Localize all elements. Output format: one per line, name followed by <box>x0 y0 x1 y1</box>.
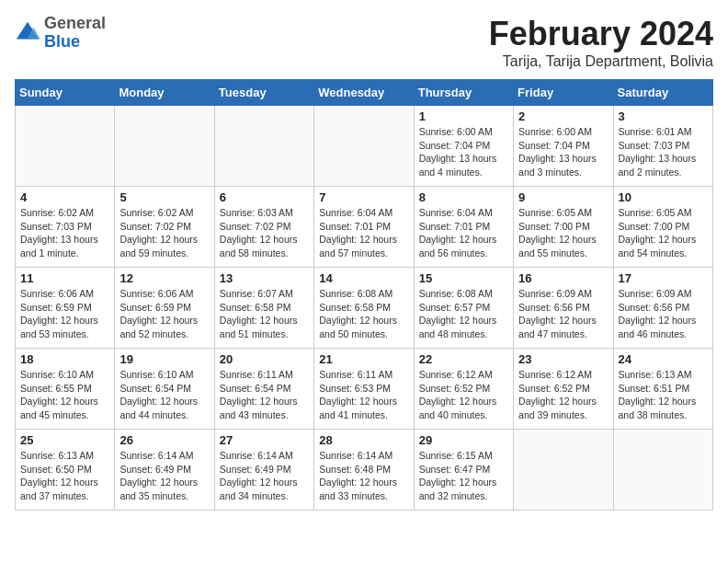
calendar-week-row: 11Sunrise: 6:06 AM Sunset: 6:59 PM Dayli… <box>16 268 713 349</box>
day-number: 21 <box>319 352 408 366</box>
calendar-cell: 25Sunrise: 6:13 AM Sunset: 6:50 PM Dayli… <box>16 430 115 511</box>
day-info: Sunrise: 6:02 AM Sunset: 7:03 PM Dayligh… <box>20 206 109 260</box>
day-info: Sunrise: 6:03 AM Sunset: 7:02 PM Dayligh… <box>220 206 309 260</box>
calendar-cell <box>613 430 712 511</box>
logo-blue-text: Blue <box>44 33 106 52</box>
day-info: Sunrise: 6:14 AM Sunset: 6:48 PM Dayligh… <box>319 449 408 503</box>
weekday-header: Saturday <box>613 80 712 106</box>
calendar-cell: 2Sunrise: 6:00 AM Sunset: 7:04 PM Daylig… <box>514 106 613 187</box>
calendar-cell: 24Sunrise: 6:13 AM Sunset: 6:51 PM Dayli… <box>613 349 712 430</box>
calendar-cell: 15Sunrise: 6:08 AM Sunset: 6:57 PM Dayli… <box>414 268 513 349</box>
day-info: Sunrise: 6:08 AM Sunset: 6:58 PM Dayligh… <box>319 287 408 341</box>
day-number: 3 <box>619 109 708 123</box>
calendar-header-row: SundayMondayTuesdayWednesdayThursdayFrid… <box>16 80 713 106</box>
logo-icon <box>15 20 40 46</box>
day-info: Sunrise: 6:05 AM Sunset: 7:00 PM Dayligh… <box>518 206 608 260</box>
calendar-cell: 21Sunrise: 6:11 AM Sunset: 6:53 PM Dayli… <box>314 349 414 430</box>
weekday-header: Thursday <box>414 80 513 106</box>
day-info: Sunrise: 6:07 AM Sunset: 6:58 PM Dayligh… <box>220 287 309 341</box>
day-info: Sunrise: 6:12 AM Sunset: 6:52 PM Dayligh… <box>419 368 508 422</box>
day-info: Sunrise: 6:09 AM Sunset: 6:56 PM Dayligh… <box>619 287 708 341</box>
calendar-cell: 17Sunrise: 6:09 AM Sunset: 6:56 PM Dayli… <box>613 268 712 349</box>
calendar-week-row: 25Sunrise: 6:13 AM Sunset: 6:50 PM Dayli… <box>16 430 713 511</box>
calendar-week-row: 1Sunrise: 6:00 AM Sunset: 7:04 PM Daylig… <box>16 106 713 187</box>
day-info: Sunrise: 6:06 AM Sunset: 6:59 PM Dayligh… <box>119 287 209 341</box>
day-number: 22 <box>419 352 508 366</box>
day-number: 4 <box>20 190 109 204</box>
page-title: February 2024 <box>489 15 713 53</box>
calendar-table: SundayMondayTuesdayWednesdayThursdayFrid… <box>15 79 713 511</box>
day-number: 15 <box>419 271 508 285</box>
calendar-cell: 18Sunrise: 6:10 AM Sunset: 6:55 PM Dayli… <box>16 349 115 430</box>
day-number: 29 <box>419 433 508 447</box>
calendar-cell: 20Sunrise: 6:11 AM Sunset: 6:54 PM Dayli… <box>214 349 313 430</box>
calendar-cell: 9Sunrise: 6:05 AM Sunset: 7:00 PM Daylig… <box>514 187 613 268</box>
day-info: Sunrise: 6:10 AM Sunset: 6:55 PM Dayligh… <box>20 368 109 422</box>
day-info: Sunrise: 6:00 AM Sunset: 7:04 PM Dayligh… <box>518 125 608 179</box>
day-number: 12 <box>119 271 209 285</box>
calendar-cell: 11Sunrise: 6:06 AM Sunset: 6:59 PM Dayli… <box>16 268 115 349</box>
day-number: 16 <box>518 271 608 285</box>
calendar-cell: 28Sunrise: 6:14 AM Sunset: 6:48 PM Dayli… <box>314 430 414 511</box>
day-number: 17 <box>619 271 708 285</box>
day-info: Sunrise: 6:04 AM Sunset: 7:01 PM Dayligh… <box>419 206 508 260</box>
day-number: 28 <box>319 433 408 447</box>
calendar-cell: 6Sunrise: 6:03 AM Sunset: 7:02 PM Daylig… <box>214 187 313 268</box>
calendar-cell: 8Sunrise: 6:04 AM Sunset: 7:01 PM Daylig… <box>414 187 513 268</box>
calendar-cell: 10Sunrise: 6:05 AM Sunset: 7:00 PM Dayli… <box>613 187 712 268</box>
calendar-cell <box>115 106 214 187</box>
day-info: Sunrise: 6:06 AM Sunset: 6:59 PM Dayligh… <box>20 287 109 341</box>
page-subtitle: Tarija, Tarija Department, Bolivia <box>489 53 713 70</box>
day-number: 26 <box>119 433 209 447</box>
calendar-cell: 27Sunrise: 6:14 AM Sunset: 6:49 PM Dayli… <box>214 430 313 511</box>
calendar-week-row: 4Sunrise: 6:02 AM Sunset: 7:03 PM Daylig… <box>16 187 713 268</box>
day-info: Sunrise: 6:02 AM Sunset: 7:02 PM Dayligh… <box>119 206 209 260</box>
logo-general-text: General <box>44 15 106 33</box>
day-info: Sunrise: 6:00 AM Sunset: 7:04 PM Dayligh… <box>419 125 508 179</box>
day-info: Sunrise: 6:08 AM Sunset: 6:57 PM Dayligh… <box>419 287 508 341</box>
calendar-cell <box>514 430 613 511</box>
calendar-week-row: 18Sunrise: 6:10 AM Sunset: 6:55 PM Dayli… <box>16 349 713 430</box>
calendar-cell: 26Sunrise: 6:14 AM Sunset: 6:49 PM Dayli… <box>115 430 214 511</box>
calendar-cell: 5Sunrise: 6:02 AM Sunset: 7:02 PM Daylig… <box>115 187 214 268</box>
day-number: 8 <box>419 190 508 204</box>
day-info: Sunrise: 6:13 AM Sunset: 6:51 PM Dayligh… <box>619 368 708 422</box>
calendar-cell <box>16 106 115 187</box>
calendar-cell: 7Sunrise: 6:04 AM Sunset: 7:01 PM Daylig… <box>314 187 414 268</box>
logo: General Blue <box>15 15 106 52</box>
day-number: 5 <box>119 190 209 204</box>
day-info: Sunrise: 6:13 AM Sunset: 6:50 PM Dayligh… <box>20 449 109 503</box>
weekday-header: Wednesday <box>314 80 414 106</box>
title-area: February 2024 Tarija, Tarija Department,… <box>489 15 713 70</box>
calendar-cell: 14Sunrise: 6:08 AM Sunset: 6:58 PM Dayli… <box>314 268 414 349</box>
day-info: Sunrise: 6:11 AM Sunset: 6:53 PM Dayligh… <box>319 368 408 422</box>
day-number: 27 <box>220 433 309 447</box>
day-info: Sunrise: 6:04 AM Sunset: 7:01 PM Dayligh… <box>319 206 408 260</box>
calendar-cell: 1Sunrise: 6:00 AM Sunset: 7:04 PM Daylig… <box>414 106 513 187</box>
day-number: 1 <box>419 109 508 123</box>
calendar-cell: 29Sunrise: 6:15 AM Sunset: 6:47 PM Dayli… <box>414 430 513 511</box>
weekday-header: Monday <box>115 80 214 106</box>
weekday-header: Tuesday <box>214 80 313 106</box>
calendar-cell <box>314 106 414 187</box>
day-number: 9 <box>518 190 608 204</box>
calendar-cell: 16Sunrise: 6:09 AM Sunset: 6:56 PM Dayli… <box>514 268 613 349</box>
calendar-cell: 4Sunrise: 6:02 AM Sunset: 7:03 PM Daylig… <box>16 187 115 268</box>
day-number: 19 <box>119 352 209 366</box>
day-number: 6 <box>220 190 309 204</box>
day-info: Sunrise: 6:14 AM Sunset: 6:49 PM Dayligh… <box>119 449 209 503</box>
day-info: Sunrise: 6:05 AM Sunset: 7:00 PM Dayligh… <box>619 206 708 260</box>
weekday-header: Friday <box>514 80 613 106</box>
calendar-cell: 19Sunrise: 6:10 AM Sunset: 6:54 PM Dayli… <box>115 349 214 430</box>
day-info: Sunrise: 6:09 AM Sunset: 6:56 PM Dayligh… <box>518 287 608 341</box>
day-info: Sunrise: 6:01 AM Sunset: 7:03 PM Dayligh… <box>619 125 708 179</box>
calendar-cell: 13Sunrise: 6:07 AM Sunset: 6:58 PM Dayli… <box>214 268 313 349</box>
day-info: Sunrise: 6:11 AM Sunset: 6:54 PM Dayligh… <box>220 368 309 422</box>
day-info: Sunrise: 6:10 AM Sunset: 6:54 PM Dayligh… <box>119 368 209 422</box>
day-number: 10 <box>619 190 708 204</box>
day-number: 13 <box>220 271 309 285</box>
calendar-cell: 3Sunrise: 6:01 AM Sunset: 7:03 PM Daylig… <box>613 106 712 187</box>
day-number: 23 <box>518 352 608 366</box>
day-number: 25 <box>20 433 109 447</box>
day-info: Sunrise: 6:15 AM Sunset: 6:47 PM Dayligh… <box>419 449 508 503</box>
